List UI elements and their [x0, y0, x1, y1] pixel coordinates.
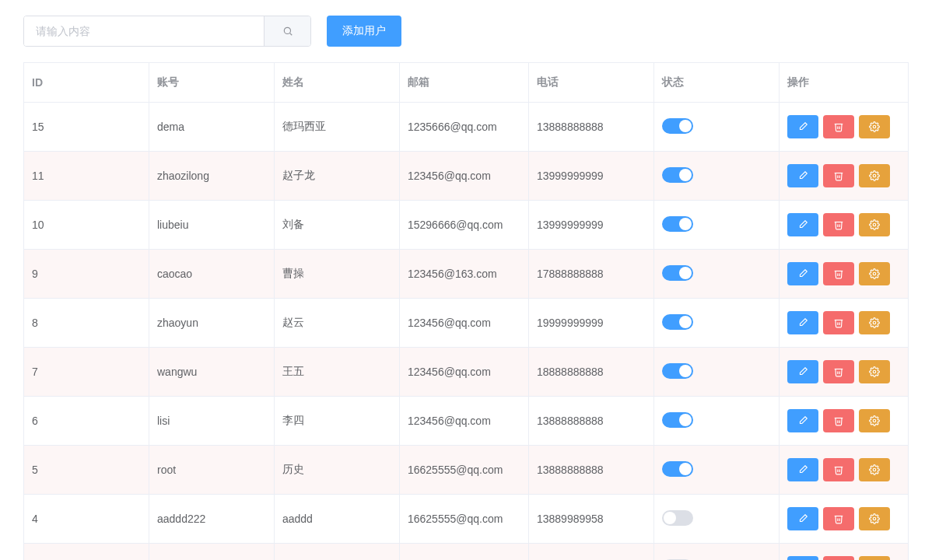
svg-line-1: [289, 33, 292, 35]
edit-icon: [797, 513, 808, 524]
cell-action: [779, 201, 908, 250]
settings-icon: [869, 219, 880, 230]
edit-button[interactable]: [787, 409, 818, 432]
delete-icon: [833, 415, 844, 426]
delete-button[interactable]: [823, 164, 854, 187]
settings-button[interactable]: [859, 360, 890, 383]
settings-button[interactable]: [859, 262, 890, 285]
delete-button[interactable]: [823, 458, 854, 481]
cell-id: 4: [24, 495, 149, 544]
settings-icon: [869, 121, 880, 132]
settings-icon: [869, 513, 880, 524]
cell-email: 16625555@qq.com: [399, 495, 528, 544]
cell-action: [779, 152, 908, 201]
settings-icon: [869, 268, 880, 279]
svg-point-6: [873, 321, 876, 324]
settings-icon: [869, 170, 880, 181]
delete-icon: [833, 268, 844, 279]
cell-email: 16625555@qq.com: [399, 446, 528, 495]
cell-action: [779, 495, 908, 544]
cell-phone: 13888888888: [528, 446, 653, 495]
settings-button[interactable]: [859, 115, 890, 138]
edit-icon: [797, 464, 808, 475]
settings-button[interactable]: [859, 164, 890, 187]
delete-button[interactable]: [823, 262, 854, 285]
settings-button[interactable]: [859, 213, 890, 236]
edit-button[interactable]: [787, 213, 818, 236]
settings-button[interactable]: [859, 458, 890, 481]
add-user-button[interactable]: 添加用户: [327, 16, 401, 47]
status-switch[interactable]: [662, 510, 693, 526]
cell-email: 123456@qq.com: [399, 299, 528, 348]
cell-account: root: [149, 446, 274, 495]
cell-action: [779, 446, 908, 495]
edit-icon: [797, 170, 808, 181]
cell-phone: 13999999999: [528, 152, 653, 201]
status-switch[interactable]: [662, 314, 693, 330]
settings-icon: [869, 366, 880, 377]
table-row: 3aaddd222aaddd16625555@qq.com13889989958: [24, 544, 909, 561]
search-wrap: [23, 16, 311, 47]
settings-button[interactable]: [859, 556, 890, 560]
table-row: 8zhaoyun赵云123456@qq.com19999999999: [24, 299, 909, 348]
edit-icon: [797, 415, 808, 426]
edit-button[interactable]: [787, 164, 818, 187]
cell-email: 123456@163.com: [399, 250, 528, 299]
table-row: 7wangwu王五123456@qq.com18888888888: [24, 348, 909, 397]
search-button[interactable]: [264, 16, 310, 46]
delete-button[interactable]: [823, 409, 854, 432]
status-switch[interactable]: [662, 461, 693, 477]
cell-phone: 13888888888: [528, 103, 653, 152]
cell-email: 123456@qq.com: [399, 152, 528, 201]
cell-account: liubeiu: [149, 201, 274, 250]
svg-point-10: [873, 517, 876, 520]
cell-name: 曹操: [274, 250, 399, 299]
settings-button[interactable]: [859, 311, 890, 334]
delete-button[interactable]: [823, 213, 854, 236]
status-switch[interactable]: [662, 167, 693, 183]
edit-button[interactable]: [787, 507, 818, 530]
edit-button[interactable]: [787, 311, 818, 334]
table-row: 9caocao曹操123456@163.com17888888888: [24, 250, 909, 299]
cell-name: 刘备: [274, 201, 399, 250]
settings-button[interactable]: [859, 409, 890, 432]
delete-button[interactable]: [823, 311, 854, 334]
cell-id: 10: [24, 201, 149, 250]
edit-button[interactable]: [787, 115, 818, 138]
delete-icon: [833, 121, 844, 132]
delete-button[interactable]: [823, 556, 854, 560]
svg-point-0: [284, 27, 290, 33]
header-account: 账号: [149, 63, 274, 103]
edit-button[interactable]: [787, 458, 818, 481]
svg-point-5: [873, 272, 876, 275]
cell-name: 王五: [274, 348, 399, 397]
cell-phone: 13889989958: [528, 495, 653, 544]
svg-point-4: [873, 223, 876, 226]
cell-action: [779, 348, 908, 397]
cell-action: [779, 544, 908, 561]
cell-account: wangwu: [149, 348, 274, 397]
cell-id: 11: [24, 152, 149, 201]
status-switch[interactable]: [662, 216, 693, 232]
settings-icon: [869, 415, 880, 426]
delete-button[interactable]: [823, 507, 854, 530]
cell-phone: 13889989958: [528, 544, 653, 561]
delete-button[interactable]: [823, 115, 854, 138]
cell-account: zhaozilong: [149, 152, 274, 201]
delete-button[interactable]: [823, 360, 854, 383]
cell-name: 历史: [274, 446, 399, 495]
edit-button[interactable]: [787, 556, 818, 560]
status-switch[interactable]: [662, 265, 693, 281]
svg-point-9: [873, 468, 876, 471]
edit-button[interactable]: [787, 262, 818, 285]
cell-account: aaddd222: [149, 544, 274, 561]
search-input[interactable]: [24, 16, 264, 46]
cell-name: aaddd: [274, 495, 399, 544]
status-switch[interactable]: [662, 412, 693, 428]
settings-button[interactable]: [859, 507, 890, 530]
edit-icon: [797, 317, 808, 328]
svg-point-7: [873, 370, 876, 373]
status-switch[interactable]: [662, 363, 693, 379]
status-switch[interactable]: [662, 118, 693, 134]
edit-button[interactable]: [787, 360, 818, 383]
